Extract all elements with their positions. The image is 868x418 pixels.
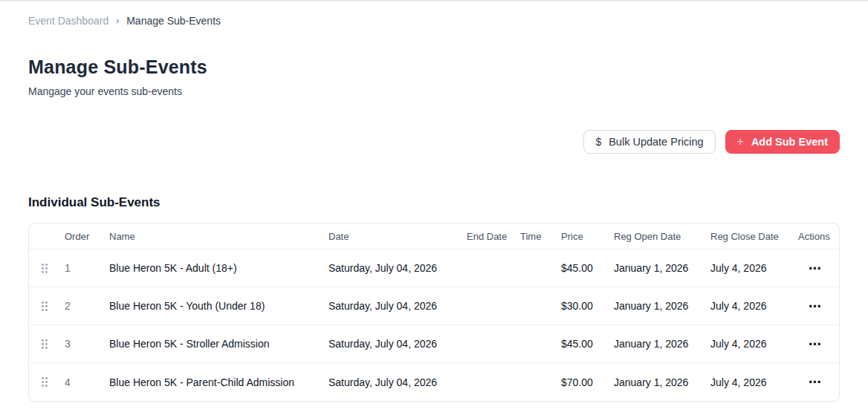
sub-event-name: Blue Heron 5K - Stroller Admission <box>109 338 328 350</box>
col-time: Time <box>520 231 561 242</box>
col-reg-open-date: Reg Open Date <box>614 231 710 242</box>
col-price: Price <box>561 231 614 242</box>
reg-open-date: January 1, 2026 <box>614 376 710 388</box>
reg-open-date: January 1, 2026 <box>614 300 710 312</box>
breadcrumb-event-dashboard[interactable]: Event Dashboard <box>28 15 108 27</box>
breadcrumb-current: Manage Sub-Events <box>126 15 221 27</box>
sub-event-name: Blue Heron 5K - Adult (18+) <box>109 262 328 274</box>
sub-event-name: Blue Heron 5K - Youth (Under 18) <box>109 300 328 312</box>
add-sub-event-label: Add Sub Event <box>751 136 828 148</box>
toolbar: $ Bulk Update Pricing + Add Sub Event <box>28 130 840 154</box>
reg-open-date: January 1, 2026 <box>614 262 710 274</box>
sub-event-name: Blue Heron 5K - Parent-Child Admission <box>109 376 328 388</box>
drag-handle-icon[interactable] <box>29 260 51 277</box>
table-row: 1 Blue Heron 5K - Adult (18+) Saturday, … <box>29 249 839 287</box>
order-value: 4 <box>65 376 109 388</box>
row-actions-ellipsis-icon[interactable]: ⋯ <box>803 297 828 316</box>
order-value: 1 <box>65 262 109 274</box>
sub-event-price: $45.00 <box>561 262 614 274</box>
sub-event-price: $70.00 <box>561 376 614 388</box>
reg-close-date: July 4, 2026 <box>710 376 798 388</box>
table-row: 3 Blue Heron 5K - Stroller Admission Sat… <box>29 325 839 363</box>
page-subtitle: Mangage your events sub-events <box>28 85 840 97</box>
sub-event-date: Saturday, July 04, 2026 <box>328 300 467 312</box>
chevron-right-icon: › <box>116 16 119 26</box>
table-row: 4 Blue Heron 5K - Parent-Child Admission… <box>29 363 839 401</box>
page-title: Manage Sub-Events <box>28 56 840 78</box>
sub-event-price: $45.00 <box>561 338 614 350</box>
drag-handle-icon[interactable] <box>29 298 51 315</box>
reg-close-date: July 4, 2026 <box>710 338 798 350</box>
col-actions: Actions <box>798 231 839 242</box>
reg-close-date: July 4, 2026 <box>710 262 798 274</box>
col-name: Name <box>109 231 328 242</box>
col-reg-close-date: Reg Close Date <box>710 231 798 242</box>
dollar-icon: $ <box>595 136 601 148</box>
sub-events-table: Order Name Date End Date Time Price Reg … <box>28 223 840 402</box>
breadcrumb: Event Dashboard › Manage Sub-Events <box>28 15 840 27</box>
sub-event-date: Saturday, July 04, 2026 <box>328 376 467 388</box>
reg-close-date: July 4, 2026 <box>710 300 798 312</box>
sub-event-date: Saturday, July 04, 2026 <box>328 262 467 274</box>
table-header-row: Order Name Date End Date Time Price Reg … <box>29 223 839 249</box>
manage-sub-events-page: Event Dashboard › Manage Sub-Events Mana… <box>0 15 868 402</box>
bulk-update-pricing-label: Bulk Update Pricing <box>609 136 703 148</box>
order-value: 3 <box>65 338 109 350</box>
section-title: Individual Sub-Events <box>28 195 840 210</box>
col-date: Date <box>328 231 467 242</box>
col-end-date: End Date <box>467 231 520 242</box>
table-row: 2 Blue Heron 5K - Youth (Under 18) Satur… <box>29 287 839 325</box>
sub-event-date: Saturday, July 04, 2026 <box>328 338 467 350</box>
add-sub-event-button[interactable]: + Add Sub Event <box>725 130 840 154</box>
plus-icon: + <box>737 135 744 148</box>
row-actions-ellipsis-icon[interactable]: ⋯ <box>803 259 828 278</box>
order-value: 2 <box>65 300 109 312</box>
drag-handle-icon[interactable] <box>29 336 51 353</box>
drag-handle-icon[interactable] <box>29 373 51 391</box>
reg-open-date: January 1, 2026 <box>614 338 710 350</box>
top-divider <box>0 0 868 1</box>
col-order: Order <box>65 231 109 242</box>
sub-event-price: $30.00 <box>561 300 614 312</box>
bulk-update-pricing-button[interactable]: $ Bulk Update Pricing <box>583 130 715 154</box>
row-actions-ellipsis-icon[interactable]: ⋯ <box>803 373 828 391</box>
row-actions-ellipsis-icon[interactable]: ⋯ <box>803 335 828 353</box>
